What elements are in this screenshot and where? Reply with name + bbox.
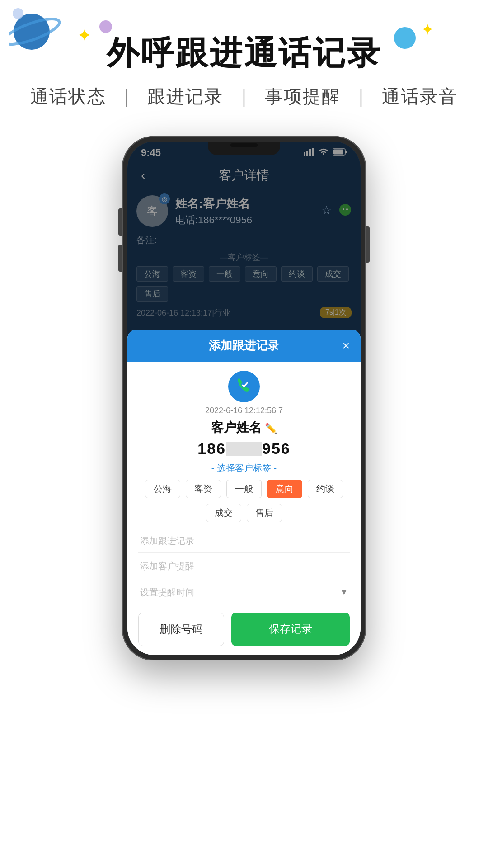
side-button-power bbox=[366, 226, 370, 263]
header-area: ✦ ✦ 外呼跟进通话记录 通话状态 ｜ 跟进记录 ｜ 事项提醒 ｜ 通话录音 bbox=[0, 0, 488, 118]
modal-phone: 186956 bbox=[138, 440, 350, 458]
dropdown-arrow-icon: ▼ bbox=[340, 588, 348, 597]
subtitle-part-4: 通话录音 bbox=[382, 86, 458, 106]
phone-wrapper: 9:45 ‹ 客户详情 bbox=[0, 136, 488, 660]
subtitle-part-3: 事项提醒 bbox=[265, 86, 341, 106]
modal-tag-gonhai[interactable]: 公海 bbox=[145, 480, 180, 498]
planet-left-decoration bbox=[9, 5, 68, 56]
star-icon-1: ✦ bbox=[77, 25, 92, 46]
phone-outer: 9:45 ‹ 客户详情 bbox=[122, 136, 366, 660]
modal-tag-chengjiao[interactable]: 成交 bbox=[206, 504, 241, 522]
star-icon-2: ✦ bbox=[421, 20, 434, 38]
phone-check-icon bbox=[235, 376, 253, 397]
call-icon-wrapper bbox=[138, 371, 350, 402]
modal-header: 添加跟进记录 × bbox=[127, 330, 361, 362]
modal-tags-row: 公海 客资 一般 意向 约谈 成交 售后 bbox=[138, 480, 350, 522]
circle-blue bbox=[394, 27, 416, 49]
modal-customer-name: 客户姓名 ✏️ bbox=[138, 419, 350, 436]
subtitle-part-2: 跟进记录 bbox=[147, 86, 223, 106]
reminder-input[interactable] bbox=[138, 555, 350, 578]
page-subtitle: 通话状态 ｜ 跟进记录 ｜ 事项提醒 ｜ 通话录音 bbox=[27, 84, 461, 109]
modal-buttons: 删除号码 保存记录 bbox=[138, 613, 350, 646]
modal-sheet: 添加跟进记录 × bbox=[127, 330, 361, 655]
phone-suffix: 956 bbox=[262, 440, 291, 457]
record-input[interactable] bbox=[138, 529, 350, 553]
save-button[interactable]: 保存记录 bbox=[231, 613, 350, 646]
modal-tag-yiban[interactable]: 一般 bbox=[226, 480, 262, 498]
delete-button[interactable]: 删除号码 bbox=[138, 613, 224, 646]
call-time: 2022-6-16 12:12:56 7 bbox=[138, 406, 350, 415]
subtitle-sep-3: ｜ bbox=[352, 86, 371, 106]
modal-overlay: 添加跟进记录 × bbox=[127, 142, 361, 655]
modal-tag-kezi[interactable]: 客资 bbox=[186, 480, 221, 498]
time-select-row[interactable]: 设置提醒时间 ▼ bbox=[138, 580, 350, 605]
subtitle-sep-2: ｜ bbox=[235, 86, 253, 106]
modal-tag-yutan[interactable]: 约谈 bbox=[308, 480, 343, 498]
modal-body: 2022-6-16 12:12:56 7 客户姓名 ✏️ 186956 - 选择… bbox=[127, 362, 361, 655]
modal-tag-yixiang[interactable]: 意向 bbox=[267, 480, 302, 498]
circle-purple bbox=[99, 20, 112, 33]
subtitle-sep-1: ｜ bbox=[117, 86, 136, 106]
side-button-vol-up bbox=[118, 208, 122, 236]
select-tag-label: - 选择客户标签 - bbox=[138, 462, 350, 474]
svg-point-2 bbox=[13, 8, 23, 19]
modal-customer-name-text: 客户姓名 bbox=[211, 420, 262, 434]
subtitle-part-1: 通话状态 bbox=[30, 86, 106, 106]
time-select-text: 设置提醒时间 bbox=[140, 586, 194, 599]
phone-blur bbox=[226, 442, 262, 456]
modal-close-button[interactable]: × bbox=[343, 339, 350, 353]
phone-prefix: 186 bbox=[197, 440, 226, 457]
edit-icon[interactable]: ✏️ bbox=[265, 423, 277, 434]
call-icon-circle bbox=[228, 371, 260, 402]
phone-screen: 9:45 ‹ 客户详情 bbox=[127, 142, 361, 655]
side-button-vol-down bbox=[118, 245, 122, 272]
modal-title: 添加跟进记录 bbox=[209, 338, 279, 354]
modal-tag-shouhou[interactable]: 售后 bbox=[247, 504, 282, 522]
